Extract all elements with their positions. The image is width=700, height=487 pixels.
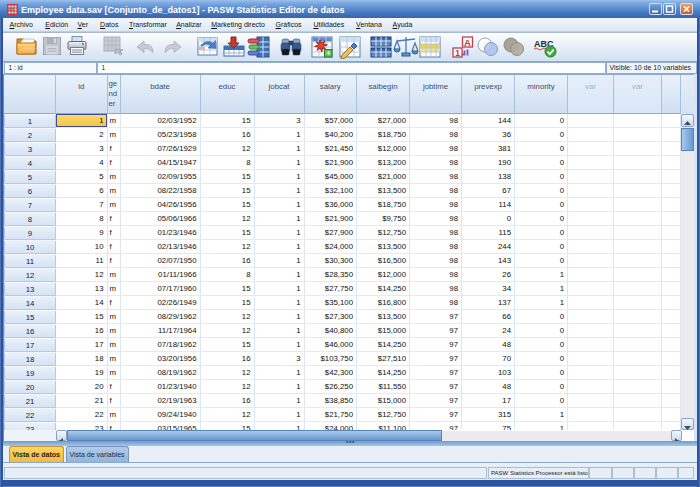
svg-text:A: A	[464, 37, 471, 48]
svg-text:1: 1	[455, 48, 460, 58]
